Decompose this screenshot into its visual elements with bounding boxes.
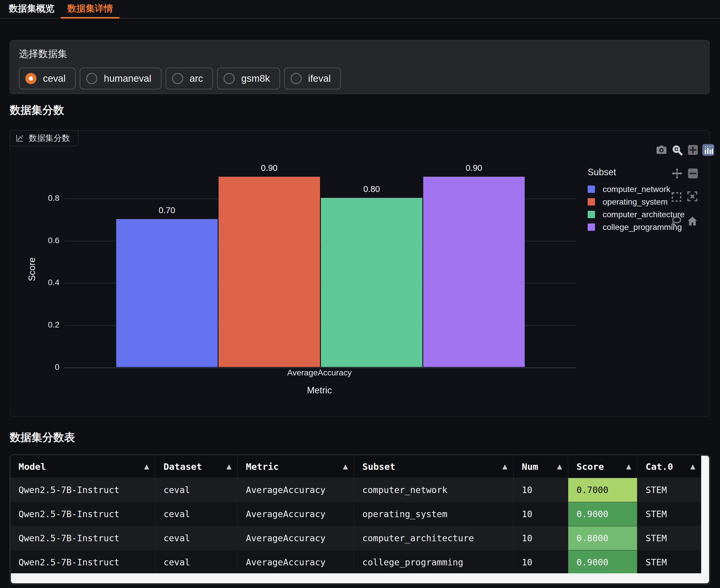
cell-subset[interactable]: operating_system: [354, 502, 514, 526]
bar-value-label: 0.70: [116, 206, 218, 215]
cell-cat0[interactable]: STEM: [637, 502, 701, 526]
column-label: Dataset: [164, 461, 202, 472]
bar-operating_system[interactable]: 0.90: [219, 177, 320, 367]
radio-option-label: ifeval: [308, 73, 331, 84]
radio-option-label: ceval: [43, 73, 66, 84]
column-header-subset[interactable]: Subset▲: [354, 455, 514, 478]
camera-icon[interactable]: [656, 144, 667, 156]
tab-bar: 数据集概览 数据集详情: [0, 0, 720, 19]
radio-option-arc[interactable]: arc: [166, 68, 213, 89]
cell-model[interactable]: Qwen2.5-7B-Instruct: [10, 550, 155, 574]
cell-num[interactable]: 10: [514, 502, 568, 526]
chart-section-title: 数据集分数: [10, 103, 64, 118]
chart-panel: 数据集分数 0 0.2 0.4 0.6 0.8 0.70 0.90 0.80 0…: [10, 130, 710, 417]
x-tick-label: AverageAccuracy: [231, 368, 408, 378]
cell-subset[interactable]: college_programming: [354, 550, 514, 574]
radio-unselected-icon: [86, 73, 97, 84]
cell-model[interactable]: Qwen2.5-7B-Instruct: [10, 526, 155, 550]
table-row: Qwen2.5-7B-Instruct ceval AverageAccurac…: [10, 478, 701, 502]
bar-college_programming[interactable]: 0.90: [423, 177, 525, 367]
cell-cat0[interactable]: STEM: [637, 478, 701, 502]
sort-asc-icon: ▲: [226, 463, 231, 470]
column-header-dataset[interactable]: Dataset▲: [155, 455, 238, 478]
radio-group: ceval humaneval arc gsm8k ifeval: [19, 68, 701, 89]
sort-asc-icon: ▲: [144, 463, 149, 470]
cell-score[interactable]: 0.7000: [568, 478, 637, 502]
cell-dataset[interactable]: ceval: [155, 526, 238, 550]
y-axis-title: Score: [27, 240, 37, 299]
bar-computer_network[interactable]: 0.70: [116, 219, 218, 367]
cell-model[interactable]: Qwen2.5-7B-Instruct: [10, 502, 155, 526]
box-select-icon[interactable]: [671, 191, 682, 203]
cell-metric[interactable]: AverageAccuracy: [238, 502, 354, 526]
legend-swatch: [588, 186, 595, 193]
app-page: 数据集概览 数据集详情 选择数据集 ceval humaneval arc gs…: [0, 0, 720, 588]
y-tick-label: 0: [10, 362, 59, 372]
table-row: Qwen2.5-7B-Instruct ceval AverageAccurac…: [10, 502, 701, 526]
cell-dataset[interactable]: ceval: [155, 550, 238, 574]
sort-asc-icon: ▲: [626, 463, 631, 470]
tab-dataset-details[interactable]: 数据集详情: [61, 0, 119, 19]
cell-num[interactable]: 10: [514, 550, 568, 574]
legend-swatch: [588, 211, 595, 218]
bar-computer_architecture[interactable]: 0.80: [321, 198, 423, 367]
column-label: Model: [19, 461, 46, 472]
autoscale-icon[interactable]: [686, 190, 698, 202]
cell-metric[interactable]: AverageAccuracy: [238, 550, 354, 574]
zoom-icon[interactable]: [671, 144, 683, 156]
table-section-title: 数据集分数表: [10, 430, 75, 445]
column-label: Score: [576, 461, 604, 472]
tab-dataset-overview[interactable]: 数据集概览: [2, 0, 61, 19]
x-axis-title: Metric: [231, 385, 408, 396]
radio-option-label: arc: [190, 73, 203, 84]
reset-home-icon[interactable]: [686, 215, 698, 227]
cell-cat0[interactable]: STEM: [637, 526, 701, 550]
cell-score[interactable]: 0.9000: [568, 550, 637, 574]
radio-option-label: gsm8k: [241, 73, 270, 84]
cell-score[interactable]: 0.8000: [568, 526, 637, 550]
column-header-cat0[interactable]: Cat.0▲: [637, 455, 701, 478]
radio-option-ceval[interactable]: ceval: [19, 68, 76, 89]
table-row: Qwen2.5-7B-Instruct ceval AverageAccurac…: [10, 550, 701, 574]
vertical-scrollbar[interactable]: [701, 456, 709, 583]
cell-metric[interactable]: AverageAccuracy: [238, 526, 354, 550]
zoom-in-icon[interactable]: [687, 144, 699, 156]
column-header-num[interactable]: Num▲: [514, 455, 568, 478]
cell-num[interactable]: 10: [514, 478, 568, 502]
cell-dataset[interactable]: ceval: [155, 478, 238, 502]
plot-label-text: 数据集分数: [29, 132, 70, 144]
pan-icon[interactable]: [671, 168, 683, 179]
table-content: Model▲ Dataset▲ Metric▲ Subset▲ Num▲ Sco…: [10, 455, 701, 573]
radio-option-gsm8k[interactable]: gsm8k: [217, 68, 280, 89]
sort-asc-icon: ▲: [557, 463, 562, 470]
legend-item-label: college_programming: [603, 223, 682, 232]
radio-option-humaneval[interactable]: humaneval: [80, 68, 161, 89]
sort-asc-icon: ▲: [690, 463, 695, 470]
dataset-selector-panel: 选择数据集 ceval humaneval arc gsm8k ifeval: [10, 40, 710, 94]
horizontal-scrollbar[interactable]: [11, 573, 701, 583]
cell-model[interactable]: Qwen2.5-7B-Instruct: [10, 478, 155, 502]
cell-dataset[interactable]: ceval: [155, 502, 238, 526]
column-header-model[interactable]: Model▲: [10, 455, 155, 478]
table-row: Qwen2.5-7B-Instruct ceval AverageAccurac…: [10, 526, 701, 550]
y-tick-label: 0.8: [10, 193, 59, 203]
cell-score[interactable]: 0.9000: [568, 502, 637, 526]
bar-value-label: 0.90: [219, 163, 320, 173]
zoom-out-icon[interactable]: [687, 168, 699, 179]
column-label: Metric: [246, 461, 279, 472]
cell-subset[interactable]: computer_architecture: [354, 526, 514, 550]
cell-cat0[interactable]: STEM: [637, 550, 701, 574]
plotly-logo-icon[interactable]: [702, 144, 715, 156]
cell-num[interactable]: 10: [514, 526, 568, 550]
lasso-icon[interactable]: [671, 215, 682, 227]
column-label: Subset: [362, 461, 395, 472]
cell-subset[interactable]: computer_network: [354, 478, 514, 502]
radio-option-ifeval[interactable]: ifeval: [284, 68, 341, 89]
radio-unselected-icon: [291, 73, 302, 84]
column-label: Num: [522, 461, 538, 472]
column-header-metric[interactable]: Metric▲: [238, 455, 354, 478]
scatter-chart-icon: [15, 134, 24, 143]
column-header-score[interactable]: Score▲: [568, 455, 637, 478]
bar-value-label: 0.80: [321, 184, 423, 194]
cell-metric[interactable]: AverageAccuracy: [238, 478, 354, 502]
